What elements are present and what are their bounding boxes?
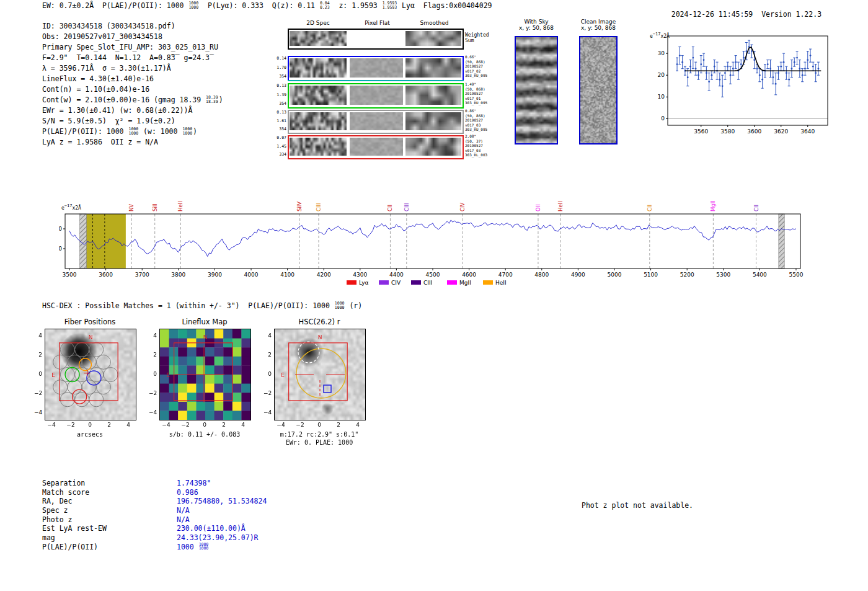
y-tick-label: −2 [34, 390, 42, 396]
x-tick-label: 2 [218, 422, 230, 428]
spec2d-row-left-values: 0.141.70354 [273, 56, 286, 79]
svg-text:MgII: MgII [710, 200, 716, 211]
spectrum-units-label: e−17x2Å [61, 205, 81, 211]
teal-marker-line [288, 80, 464, 81]
match-table: Separation1.74398"Match score0.986RA, De… [42, 479, 267, 552]
spec2d-row-annotation: 2.08"(50, 37)20190527v017_03303_RL_003 [465, 134, 487, 158]
photz-note: Phot z plot not available. [582, 501, 693, 510]
spec2d-image [290, 86, 347, 105]
svg-text:3500: 3500 [63, 272, 77, 278]
svg-text:20: 20 [658, 72, 665, 78]
svg-text:4600: 4600 [462, 272, 476, 278]
svg-text:Lyα: Lyα [359, 280, 369, 286]
info-line: LyA z = 1.9586 OII z = N/A [42, 137, 223, 148]
spec2d-col-header-smoothed: Smoothed [406, 20, 463, 26]
match-row-label: Separation [42, 479, 177, 488]
spec2d-image [290, 112, 347, 130]
svg-text:5500: 5500 [789, 272, 804, 278]
pixelflat-image [350, 112, 403, 130]
svg-text:4400: 4400 [389, 272, 404, 278]
with-sky-panel [515, 36, 558, 144]
svg-text:CII: CII [387, 205, 393, 211]
match-row-value: 1000 10001000 [177, 543, 209, 552]
hsc-cutout-image [274, 329, 366, 420]
svg-text:4100: 4100 [280, 272, 294, 278]
line-fit-units-label: e−17x2Å [650, 33, 670, 39]
spec2d-row-left-values: 0.131.61354 [273, 110, 286, 131]
stacked-fraction: 10001000 [188, 1, 198, 9]
svg-text:3700: 3700 [135, 272, 149, 278]
y-tick-label: −4 [149, 409, 157, 415]
y-tick-label: 0 [264, 371, 272, 377]
pixelflat-image [350, 58, 403, 78]
svg-text:5000: 5000 [608, 272, 622, 278]
clean-image-panel [579, 36, 618, 144]
x-tick-label: 4 [122, 422, 135, 428]
match-row-label: Spec z [42, 506, 177, 515]
x-tick-label: 2 [103, 422, 115, 428]
match-row-label: P(LAE)/P(OII) [42, 543, 177, 552]
clean-image-title: Clean Image x, y: 50, 868 [577, 19, 619, 31]
y-tick-label: 4 [149, 332, 157, 339]
detection-info-block: ID: 3003434518 (3003434518.pdf)Obs: 2019… [42, 21, 223, 148]
y-tick-label: 2 [264, 352, 272, 358]
svg-text:OII: OII [535, 204, 541, 211]
svg-text:SiII: SiII [152, 203, 158, 211]
x-tick-label: −2 [294, 422, 306, 428]
x-tick-label: −4 [160, 422, 172, 428]
svg-text:4700: 4700 [498, 272, 513, 278]
spec2d-col-header-2dspec: 2D Spec [289, 20, 347, 26]
match-row-label: Est LyA rest-EW [42, 524, 177, 533]
stacked-fraction: 10001000 [335, 301, 345, 309]
match-row-value: 1.74398" [177, 479, 211, 488]
svg-text:HeII: HeII [557, 201, 564, 211]
svg-text:CII: CII [753, 205, 760, 211]
x-tick-label: −4 [45, 422, 58, 428]
svg-text:3800: 3800 [171, 272, 185, 278]
spec2d-image [290, 138, 347, 156]
smoothed-image [405, 86, 461, 105]
match-row-label: Match score [42, 488, 177, 497]
svg-text:4000: 4000 [244, 272, 259, 278]
match-row: RA, Dec196.754880, 51.534824 [42, 497, 267, 506]
smoothed-image [405, 112, 461, 130]
y-tick-label: −2 [264, 390, 272, 396]
match-row: Est LyA rest-EW230.00(±110.00)Å [42, 524, 267, 533]
spec2d-image [290, 58, 347, 78]
match-row: Separation1.74398" [42, 479, 267, 488]
match-row-value: N/A [177, 506, 190, 515]
match-row: Spec zN/A [42, 506, 267, 515]
y-tick-label: −2 [149, 390, 157, 396]
svg-text:MgII: MgII [459, 280, 471, 286]
spec2d-row-annotation: 1.49"(50, 868)20190527v017_01303_RU_095 [465, 82, 487, 105]
x-tick-label: 2 [332, 422, 345, 428]
info-line: EWr = 1.30(±0.41) (w: 0.68(±0.22))Å [42, 105, 223, 116]
svg-text:5100: 5100 [644, 272, 658, 278]
svg-text:30: 30 [658, 50, 665, 56]
y-tick-label: 0 [34, 371, 42, 377]
y-tick-label: −4 [264, 409, 272, 415]
cutout-caption: m:17.2 rc:2.9" s:0.1" [268, 431, 371, 438]
info-line: ID: 3003434518 (3003434518.pdf) [42, 21, 223, 32]
match-row-value: 24.33(23.90,25.07)R [177, 533, 259, 543]
info-line: P(LAE)/P(OII): 1000 10001000 (w: 1000 10… [42, 127, 223, 137]
match-row: P(LAE)/P(OII)1000 10001000 [42, 543, 267, 552]
match-row-label: Photo z [42, 515, 177, 525]
hsc-dex-line: HSC-DEX : Possible Matches = 1 (within +… [42, 301, 362, 310]
fiber-positions-panel: Fiber Positions −4−4−2−2002244arcsecs [34, 318, 155, 451]
cutout-caption: s/b: 0.11 +/- 0.083 [153, 431, 256, 438]
y-tick-label: −4 [34, 409, 42, 415]
stacked-fraction: 10001000 [199, 543, 209, 551]
lineflux-map-title: Lineflux Map [159, 318, 250, 326]
y-tick-label: 2 [149, 352, 157, 358]
spec2d-row [288, 135, 464, 159]
svg-text:CII: CII [647, 205, 653, 211]
spec2d-row-annotation: WeightedSum [465, 32, 489, 43]
timestamp: 2024-12-26 11:45:59 [671, 10, 753, 19]
svg-text:0: 0 [661, 115, 665, 122]
svg-text:HeII: HeII [495, 280, 507, 286]
spec2d-row [288, 83, 464, 109]
x-tick-label: −4 [275, 422, 287, 428]
pixelflat-image [350, 31, 403, 46]
info-line: LineFlux = 4.30(±1.40)e-16 [42, 74, 223, 84]
